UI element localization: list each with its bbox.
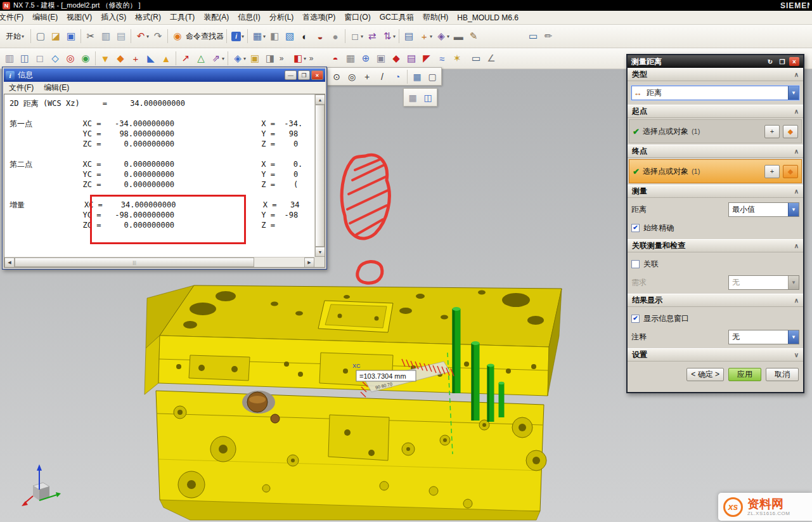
trim-body-icon[interactable]: ↗ (178, 51, 193, 66)
point-dialog-button[interactable]: + (764, 125, 780, 138)
menu-item[interactable]: 首选项(P) (298, 11, 340, 24)
menu-item-file[interactable]: 文件(F) (4, 82, 39, 94)
draft-icon[interactable]: △ (193, 51, 209, 66)
view-window-icon[interactable]: ◫ (420, 90, 435, 105)
section-associative-measure[interactable]: 关联测量和检查 ∧ (628, 239, 803, 252)
menu-item[interactable]: 窗口(O) (340, 11, 375, 24)
curve-icon[interactable]: ≈ (434, 51, 449, 66)
apply-button[interactable]: 应用 (728, 368, 761, 381)
checkbox-show-info-window[interactable]: ✔ (631, 315, 640, 323)
render-style-icon[interactable]: ◐ (297, 29, 313, 44)
scroll-thumb[interactable] (315, 105, 325, 247)
unite-icon[interactable]: ◈▾ (230, 51, 247, 66)
point-method-button[interactable]: ◆ (783, 125, 798, 138)
scroll-thumb[interactable]: ||| (15, 258, 254, 267)
collapse-icon[interactable]: ∧ (794, 188, 799, 195)
point-icon[interactable]: ◉ (78, 51, 93, 66)
close-icon[interactable]: × (311, 70, 323, 80)
menu-item[interactable]: 插入(S) (96, 11, 131, 24)
dropdown-arrow-icon[interactable]: ▼ (788, 86, 799, 100)
section-start-point[interactable]: 起点 ∧ (628, 105, 803, 118)
show-hide-icon[interactable]: ◧ (267, 29, 282, 44)
sphere-display-icon[interactable]: ● (328, 29, 343, 44)
collapse-icon[interactable]: ∨ (794, 351, 799, 358)
snapshot-icon[interactable]: ◈▾ (434, 29, 451, 44)
menu-item[interactable]: 格式(R) (131, 11, 165, 24)
end-point-selector[interactable]: ✔ 选择点或对象 (1) + ◆ (629, 159, 802, 183)
snap-circle-icon[interactable]: ◎ (344, 69, 359, 84)
command-finder-icon[interactable]: ◉命令查找器 (170, 29, 224, 44)
info-window-titlebar[interactable]: i 信息 — ❐ × (4, 69, 325, 82)
snap-center-icon[interactable]: ⊙ (329, 69, 344, 84)
assembly-constraint-icon[interactable]: ◆ (389, 51, 404, 66)
material-icon[interactable]: ◒ (313, 29, 328, 44)
mesh-icon[interactable]: ▦ (343, 51, 358, 66)
menu-item[interactable]: 工具(T) (165, 11, 199, 24)
new-file-icon[interactable]: ▢ (33, 29, 48, 44)
subtract-icon[interactable]: ▣ (247, 51, 262, 66)
info-icon[interactable]: i▾ (229, 29, 245, 44)
section-view-icon[interactable]: ◤ (419, 51, 434, 66)
open-file-icon[interactable]: ◪ (48, 29, 63, 44)
sketch-icon[interactable]: ◧▾ (290, 51, 307, 66)
part-navigator-icon[interactable]: ▥ (2, 51, 17, 66)
workplane-icon[interactable]: ▢ (425, 69, 440, 84)
section-end-point[interactable]: 终点 ∧ (628, 145, 803, 158)
start-menu-button[interactable]: 开始▾ (2, 30, 29, 43)
menu-item[interactable]: 帮助(H) (418, 11, 453, 24)
point-method-button[interactable]: ◆ (783, 165, 798, 178)
clip-dialog-icon[interactable]: ❐ (777, 57, 787, 66)
sketch-pencil-icon[interactable]: ✏ (541, 29, 556, 44)
move-component-icon[interactable]: ▣ (373, 51, 389, 66)
menu-item[interactable]: 分析(L) (265, 11, 299, 24)
horizontal-scrollbar[interactable]: ◀ ||| ▶ (4, 257, 314, 267)
reset-icon[interactable]: ↻ (765, 57, 775, 66)
vertical-scrollbar[interactable]: ▲ ▼ (314, 95, 325, 257)
menu-item[interactable]: 信息(I) (233, 11, 264, 24)
measure-icon[interactable]: ▭ (468, 51, 484, 66)
angle-measure-icon[interactable]: ∠ (484, 51, 499, 66)
checkbox-associative[interactable] (631, 260, 640, 268)
checkbox-always-exact[interactable]: ✔ (631, 224, 640, 232)
grid-icon[interactable]: ▦ (409, 69, 425, 84)
start-point-selector[interactable]: ✔ 选择点或对象 (1) + ◆ (629, 119, 802, 143)
section-measure[interactable]: 测量 ∧ (628, 185, 803, 198)
dialog-titlebar[interactable]: 测量距离 ↻ ❐ × (628, 55, 803, 68)
ruler-icon[interactable]: ▭ (525, 29, 541, 44)
close-icon[interactable]: × (789, 57, 799, 66)
intersect-icon[interactable]: ◨ (262, 51, 278, 66)
swap-view-icon[interactable]: ⇄ (364, 29, 380, 44)
extrude-icon[interactable]: ▼ (98, 51, 113, 66)
hole-icon[interactable]: + (128, 51, 143, 66)
minimize-icon[interactable]: — (285, 70, 297, 80)
annotation-dropdown[interactable]: 无 ▼ (728, 330, 799, 344)
annotation-icon[interactable]: ✎ (466, 29, 481, 44)
menu-item[interactable]: 文件(F) (0, 11, 28, 24)
shaded-display-icon[interactable]: ▧ (282, 29, 297, 44)
scroll-up-icon[interactable]: ▲ (315, 95, 325, 105)
restore-icon[interactable]: ❐ (298, 70, 310, 80)
collapse-icon[interactable]: ∧ (794, 71, 799, 78)
menu-item[interactable]: 装配(A) (199, 11, 233, 24)
wcs-dynamics-icon[interactable]: +▾ (416, 29, 434, 44)
paste-icon[interactable]: ▤ (113, 29, 129, 44)
point-dialog-button[interactable]: + (764, 165, 780, 178)
cut-icon[interactable]: ✂ (83, 29, 98, 44)
measure-distance-dialog[interactable]: 测量距离 ↻ ❐ × 类型 ∧ ↔ 距离 ▼ 起点 ∧ ✔ 选择点或对象 (1)… (626, 54, 804, 393)
distance-mode-dropdown[interactable]: 最小值 ▼ (728, 202, 799, 217)
ok-button[interactable]: < 确定 > (686, 368, 724, 381)
window-icon[interactable]: □▾ (347, 29, 364, 44)
menu-item[interactable]: GC工具箱 (375, 11, 418, 24)
copy-icon[interactable]: ▥ (98, 29, 113, 44)
add-component-icon[interactable]: ⊕ (358, 51, 373, 66)
scroll-down-icon[interactable]: ▼ (315, 247, 325, 257)
pattern-feature-icon[interactable]: ⇗▾ (209, 51, 226, 66)
exploded-view-icon[interactable]: ▤ (404, 51, 419, 66)
assembly-navigator-icon[interactable]: ◫ (17, 51, 32, 66)
edge-blend-icon[interactable]: ◣ (143, 51, 158, 66)
spark-feature-icon[interactable]: ✶ (449, 51, 465, 66)
datum-plane-icon[interactable]: ◇ (48, 51, 63, 66)
layer-settings-icon[interactable]: ▤ (401, 29, 416, 44)
snap-quadrant-icon[interactable]: ◔ (390, 69, 405, 84)
collapse-icon[interactable]: ∧ (794, 148, 799, 155)
